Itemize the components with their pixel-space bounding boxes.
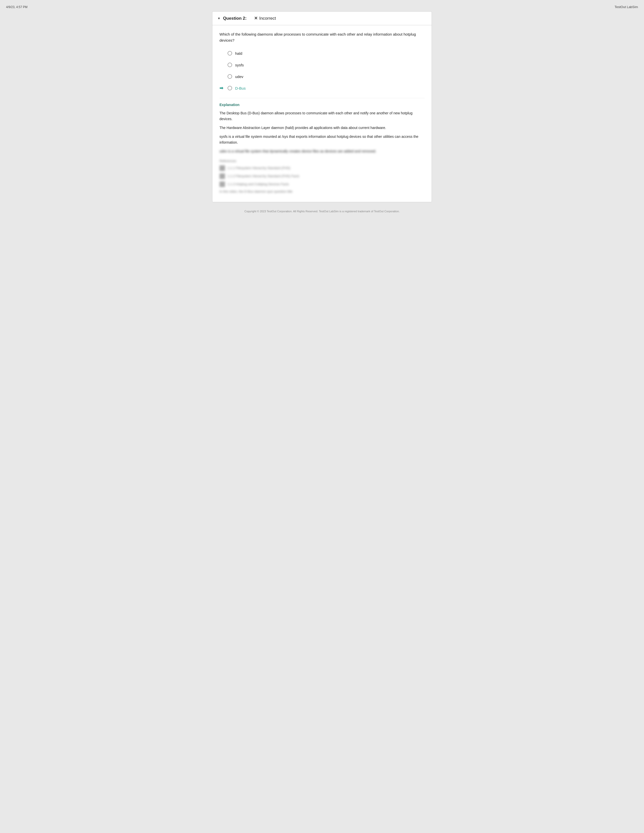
ref-text-2: 1.1.2 Filesystem Hierarchy Standard (FHS… xyxy=(227,174,299,178)
bottom-bar: Copyright © 2023 TestOut Corporation. Al… xyxy=(5,210,639,213)
ref-item-4[interactable]: In this video, the D-Bus daemon quiz que… xyxy=(219,190,425,193)
ref-icon-1 xyxy=(219,165,225,171)
option-label-sysfs: sysfs xyxy=(235,63,244,67)
references-heading: References xyxy=(219,159,425,163)
option-dbus[interactable]: ➡ D-Bus xyxy=(219,84,425,92)
top-bar: 4/9/23, 4:57 PM TestOut LabSim xyxy=(5,5,639,9)
datetime-label: 4/9/23, 4:57 PM xyxy=(6,5,27,9)
blurred-para-1: udev is a virtual file system that dynam… xyxy=(219,148,425,154)
status-text: Incorrect xyxy=(259,16,276,21)
ref-item-3[interactable]: 1.1.3 Hotplug and Coldplug Devices Facts xyxy=(219,182,425,187)
ref-icon-2 xyxy=(219,174,225,179)
ref-item-1[interactable]: 1.1.1 Filesystem Hierarchy Standard (FHS… xyxy=(219,165,425,171)
ref-text-1: 1.1.1 Filesystem Hierarchy Standard (FHS… xyxy=(227,166,290,170)
app-title: TestOut LabSim xyxy=(615,5,638,9)
explanation-section: Explanation The Desktop Bus (D-Bus) daem… xyxy=(219,98,425,193)
radio-sysfs[interactable] xyxy=(227,63,232,67)
radio-udev[interactable] xyxy=(227,74,232,79)
options-list: ➡ hald ➡ sysfs ➡ udev ➡ D-Bus xyxy=(219,50,425,92)
status-area: ✕ Incorrect xyxy=(254,16,276,21)
blurred-content: udev is a virtual file system that dynam… xyxy=(219,148,425,193)
ref-icon-3 xyxy=(219,182,225,187)
x-icon: ✕ xyxy=(254,16,258,21)
question-text: Which of the following daemons allow pro… xyxy=(219,31,425,43)
question-body: Which of the following daemons allow pro… xyxy=(213,25,431,202)
question-label: Question 2: xyxy=(223,16,247,21)
option-udev[interactable]: ➡ udev xyxy=(219,73,425,80)
collapse-icon[interactable]: ▼ xyxy=(217,17,221,20)
explanation-para-3: sysfs is a virtual file system mounted a… xyxy=(219,134,425,145)
explanation-heading: Explanation xyxy=(219,103,425,107)
ref-item-2[interactable]: 1.1.2 Filesystem Hierarchy Standard (FHS… xyxy=(219,174,425,179)
arrow-dbus: ➡ xyxy=(219,85,224,91)
radio-dbus[interactable] xyxy=(227,86,232,90)
bottom-bar-text: Copyright © 2023 TestOut Corporation. Al… xyxy=(245,210,400,213)
references-section: References 1.1.1 Filesystem Hierarchy St… xyxy=(219,159,425,193)
option-sysfs[interactable]: ➡ sysfs xyxy=(219,61,425,69)
option-hald[interactable]: ➡ hald xyxy=(219,50,425,57)
question-header: ▼ Question 2: ✕ Incorrect xyxy=(213,11,431,25)
option-label-hald: hald xyxy=(235,51,242,56)
ref-text-4: In this video, the D-Bus daemon quiz que… xyxy=(219,190,293,193)
option-label-dbus: D-Bus xyxy=(235,86,246,90)
radio-hald[interactable] xyxy=(227,51,232,56)
question-card: ▼ Question 2: ✕ Incorrect Which of the f… xyxy=(212,11,432,202)
explanation-para-1: The Desktop Bus (D-Bus) daemon allows pr… xyxy=(219,110,425,122)
ref-text-3: 1.1.3 Hotplug and Coldplug Devices Facts xyxy=(227,182,289,186)
explanation-para-2: The Hardware Abstraction Layer daemon (h… xyxy=(219,125,425,131)
option-label-udev: udev xyxy=(235,74,243,79)
